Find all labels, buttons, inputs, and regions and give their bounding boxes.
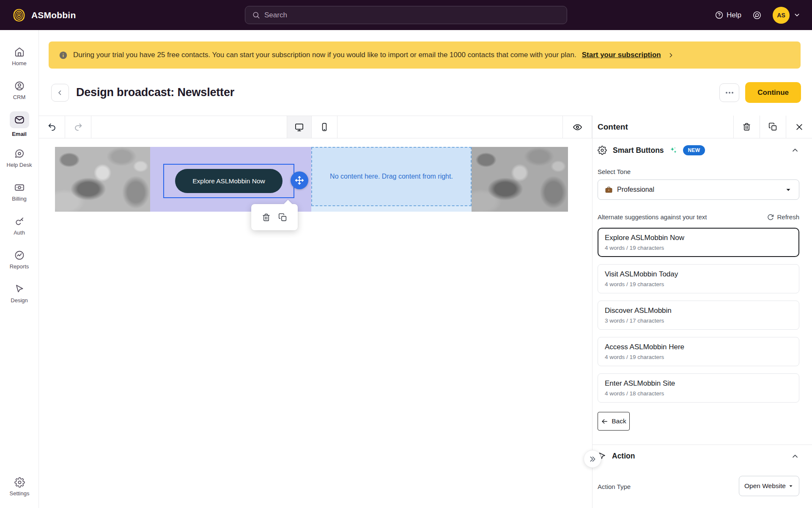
element-actions-popover [251, 204, 298, 230]
suggestion-card[interactable]: Access ASLMobbin Here 4 words / 19 chara… [598, 337, 799, 366]
brand-name: ASMobbin [31, 10, 76, 20]
help-icon [715, 11, 724, 19]
sidebar-item-billing[interactable]: Billing [0, 175, 39, 209]
drag-handle[interactable] [291, 171, 308, 189]
back-label: Back [612, 417, 626, 425]
suggestion-meta: 4 words / 18 characters [605, 390, 792, 397]
sidebar-item-label: Settings [10, 490, 30, 497]
suggestion-card[interactable]: Discover ASLMobbin 3 words / 17 characte… [598, 301, 799, 330]
content-dropzone[interactable]: No content here. Drag content from right… [311, 147, 472, 206]
trial-banner: During your trial you have 25 free conta… [49, 41, 801, 69]
panel-duplicate-button[interactable] [760, 116, 786, 138]
suggestion-card[interactable]: Enter ASLMobbin Site 4 words / 18 charac… [598, 373, 799, 403]
mobile-icon [320, 122, 329, 132]
sidebar-item-label: Auth [14, 229, 25, 236]
eye-icon [573, 122, 582, 132]
sidebar-item-settings[interactable]: Settings [0, 470, 39, 504]
dropzone-text: No content here. Drag content from right… [330, 173, 453, 180]
panel-delete-button[interactable] [733, 116, 760, 138]
email-icon [14, 114, 25, 125]
panel-header: Content [593, 116, 812, 138]
redo-button[interactable] [65, 116, 91, 138]
toolbar-spacer [337, 116, 562, 138]
sidebar-item-help-desk[interactable]: Help Desk [0, 141, 39, 175]
collapse-section-button[interactable] [791, 146, 799, 155]
info-icon [59, 51, 68, 60]
top-navbar: ASMobbin Help AS [0, 0, 812, 30]
sidebar-item-home[interactable]: Home [0, 39, 39, 73]
double-chevron-right-icon [589, 455, 597, 463]
sidebar-item-reports[interactable]: Reports [0, 243, 39, 276]
mobile-preview-button[interactable] [312, 116, 337, 138]
desktop-preview-button[interactable] [287, 116, 312, 138]
design-icon [14, 284, 25, 295]
suggestions-label: Alternate suggestions against your text [598, 213, 707, 221]
chevron-right-icon [667, 52, 675, 59]
sidebar-item-design[interactable]: Design [0, 276, 39, 310]
feedback-chat-button[interactable] [752, 11, 762, 20]
editor-toolbar [39, 116, 592, 138]
billing-icon [14, 182, 25, 193]
email-image-left [55, 147, 150, 212]
suggestion-title: Visit ASLMobbin Today [605, 270, 792, 279]
refresh-button[interactable]: Refresh [767, 213, 799, 221]
email-content-row: Explore ASLMobbin Now No content here. D… [55, 147, 568, 212]
search-bar[interactable] [245, 6, 567, 24]
duplicate-element-button[interactable] [278, 213, 287, 222]
chat-icon [752, 11, 762, 20]
trash-icon [742, 122, 751, 131]
search-input[interactable] [264, 11, 560, 19]
email-canvas: Explore ASLMobbin Now No content here. D… [39, 138, 592, 508]
reports-icon [14, 250, 25, 261]
page-header: Design broadcast: Newsletter Continue [39, 69, 812, 103]
panel-close-button[interactable] [786, 116, 812, 138]
avatar[interactable]: AS [773, 7, 790, 24]
sidebar-item-label: CRM [13, 94, 26, 100]
chevron-left-icon [56, 89, 64, 97]
tone-select[interactable]: Professional [598, 179, 799, 200]
suggestion-meta: 4 words / 19 characters [605, 354, 792, 360]
sidebar-item-crm[interactable]: CRM [0, 73, 39, 107]
briefcase-icon [605, 186, 613, 194]
undo-button[interactable] [39, 116, 65, 138]
brand-logo-icon [11, 8, 27, 23]
more-options-button[interactable] [719, 83, 739, 102]
suggestion-meta: 3 words / 17 characters [605, 318, 792, 324]
sidebar-item-label: Reports [10, 263, 29, 270]
email-cta-button[interactable]: Explore ASLMobbin Now [175, 169, 283, 193]
panel-body: Smart Buttons NEW Select Tone Profession… [593, 138, 812, 496]
sidebar-item-label: Help Desk [7, 162, 32, 168]
home-icon [14, 47, 25, 58]
start-subscription-link[interactable]: Start your subscription [582, 51, 661, 59]
collapse-panel-button[interactable] [584, 450, 601, 468]
help-button[interactable]: Help [715, 11, 741, 19]
suggestion-card[interactable]: Visit ASLMobbin Today 4 words / 19 chara… [598, 264, 799, 293]
crm-icon [14, 80, 25, 91]
account-menu[interactable]: AS [773, 7, 801, 24]
email-image-right [472, 147, 568, 212]
refresh-icon [767, 214, 774, 221]
navbar-right: Help AS [715, 7, 801, 24]
caret-down-icon [785, 186, 792, 193]
preview-button[interactable] [562, 116, 592, 138]
continue-button[interactable]: Continue [745, 82, 801, 103]
action-type-select[interactable]: Open Website [739, 476, 799, 496]
search-icon [252, 11, 260, 19]
page-back-button[interactable] [51, 84, 69, 102]
action-section-header[interactable]: Action [598, 445, 799, 461]
collapse-section-button[interactable] [791, 452, 799, 461]
trial-banner-text: During your trial you have 25 free conta… [73, 51, 576, 59]
selected-element-outline: Explore ASLMobbin Now [163, 164, 294, 198]
sidebar-item-email[interactable]: Email [0, 107, 39, 141]
smart-buttons-section-header[interactable]: Smart Buttons NEW [598, 138, 799, 155]
panel-back-button[interactable]: Back [598, 412, 630, 431]
action-type-row: Action Type Open Website [598, 476, 799, 496]
sidebar-item-label: Design [11, 297, 27, 304]
new-badge: NEW [683, 145, 705, 155]
sidebar-item-auth[interactable]: Auth [0, 209, 39, 243]
delete-element-button[interactable] [262, 213, 271, 222]
copy-icon [768, 122, 777, 131]
brand: ASMobbin [11, 8, 76, 23]
suggestion-card[interactable]: Explore ASLMobbin Now 4 words / 19 chara… [598, 228, 799, 257]
page-title: Design broadcast: Newsletter [76, 86, 234, 99]
